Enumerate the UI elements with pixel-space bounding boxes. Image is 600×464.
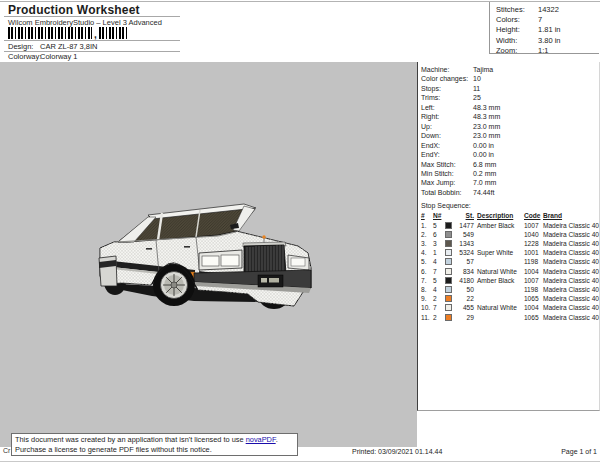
row-num: 11. <box>421 313 433 322</box>
notice-line-1: This document was created by an applicat… <box>15 435 294 445</box>
headlight-right <box>221 255 239 266</box>
machine-row: Color changes:10 <box>421 74 599 83</box>
thread-code: 1007 <box>524 276 543 285</box>
needle-num: 4 <box>433 257 445 266</box>
needle-num: 3 <box>433 239 445 248</box>
stitch-count: 4180 <box>454 276 474 285</box>
plate-mark <box>269 278 279 283</box>
table-row: 5.4571198Madeira Classic 40 <box>421 257 599 266</box>
stat-value: 1:1 <box>538 46 548 56</box>
notice-line-2: Purchase a license to generate PDF files… <box>15 445 294 455</box>
wheel-cap <box>171 282 177 288</box>
thread-brand: Madeira Classic 40 <box>543 276 599 285</box>
page-number: Page 1 of 1 <box>561 448 597 455</box>
car-embroidery-design <box>98 198 314 320</box>
machine-row: Min Stitch:0.2 mm <box>421 169 599 178</box>
app-subtitle: Wilcom EmbroideryStudio – Level 3 Advanc… <box>8 18 162 27</box>
needle-num: 4 <box>433 285 445 294</box>
thread-description: Amber Black <box>474 276 524 285</box>
machine-value: 11 <box>473 84 480 93</box>
machine-label: Min Stitch: <box>421 169 473 178</box>
row-num: 2. <box>421 230 433 239</box>
thread-color-swatch <box>445 231 452 238</box>
machine-value: 48.3 mm <box>473 112 500 121</box>
thread-color-swatch <box>445 240 452 247</box>
stitch-count: 50 <box>454 285 474 294</box>
thread-brand: Madeira Classic 40 <box>543 221 599 230</box>
novapdf-link[interactable]: novaPDF <box>246 435 276 444</box>
thread-color-swatch <box>445 314 452 321</box>
thread-code: 1004 <box>524 303 543 312</box>
stat-value: 14322 <box>538 5 559 15</box>
machine-value: 7.0 mm <box>473 178 496 187</box>
machine-label: Down: <box>421 131 473 140</box>
thread-description: Natural White <box>474 267 524 276</box>
thread-color-swatch <box>445 268 452 275</box>
machine-label: Stops: <box>421 84 473 93</box>
machine-row: Up:23.0 mm <box>421 122 599 131</box>
stat-zoom: Zoom:1:1 <box>496 46 599 56</box>
corner-lamp-lens <box>291 258 305 266</box>
stat-value: 7 <box>538 15 542 25</box>
machine-value: 23.0 mm <box>473 131 500 140</box>
stop-sequence-title: Stop Sequence: <box>421 201 599 211</box>
thread-brand: Madeira Classic 40 <box>543 313 599 322</box>
stat-value: 1.81 in <box>538 25 561 35</box>
stat-label: Height: <box>496 25 538 35</box>
thread-code: 1001 <box>524 248 543 257</box>
stitch-count: 1343 <box>454 239 474 248</box>
thread-code: 1228 <box>524 239 543 248</box>
machine-label: Right: <box>421 112 473 121</box>
thread-code: 1198 <box>524 257 543 266</box>
barcode-bars-right <box>99 27 127 39</box>
machine-value: 10 <box>473 74 481 83</box>
row-num: 8. <box>421 285 433 294</box>
machine-value: 48.3 mm <box>473 103 500 112</box>
thread-brand: Madeira Classic 40 <box>543 248 599 257</box>
headlight-left <box>202 256 219 266</box>
machine-row: Stops:11 <box>421 84 599 93</box>
colorway-name: Colorway 1 <box>40 52 78 61</box>
machine-row: Trims:25 <box>421 93 599 102</box>
machine-value: Tajima <box>473 65 493 74</box>
machine-value: 0.00 in <box>473 150 494 159</box>
design-stats-box: Stitches:14322 Colors:7 Height:1.81 in W… <box>489 2 599 54</box>
plate-mark <box>261 278 267 283</box>
stitch-count: 57 <box>454 257 474 266</box>
thread-color-swatch <box>445 249 452 256</box>
door-handle-rear <box>146 248 152 250</box>
machine-value: 0.2 mm <box>473 169 496 178</box>
row-num: 3. <box>421 239 433 248</box>
machine-value: 6.8 mm <box>473 160 496 169</box>
machine-label: Max Stitch: <box>421 160 473 169</box>
machine-info-panel: Machine:Tajima Color changes:10 Stops:11… <box>417 62 600 411</box>
needle-num: 2 <box>433 313 445 322</box>
colorway-label: Colorway: <box>8 52 40 61</box>
col-header-st: St. <box>454 211 474 220</box>
needle-num: 5 <box>433 276 445 285</box>
machine-row: EndX:0.00 in <box>421 141 599 150</box>
needle-num: 6 <box>433 230 445 239</box>
thread-code: 1040 <box>524 230 543 239</box>
stitch-count: 455 <box>454 303 474 312</box>
machine-label: Left: <box>421 103 473 112</box>
machine-label: Max Jump: <box>421 178 473 187</box>
hood-ornament <box>262 235 265 238</box>
thread-description: Natural White <box>474 303 524 312</box>
colorway-row: Colorway: Colorway 1 <box>8 52 78 61</box>
col-header-brand: Brand <box>543 211 599 220</box>
stat-label: Width: <box>496 36 538 46</box>
stat-height: Height:1.81 in <box>496 25 599 35</box>
table-row: 3.313431228Madeira Classic 40 <box>421 239 599 248</box>
stat-label: Stitches: <box>496 5 538 15</box>
thread-brand: Madeira Classic 40 <box>543 294 599 303</box>
license-notice: This document was created by an applicat… <box>11 433 298 456</box>
thread-description: Super White <box>474 248 524 257</box>
stat-label: Zoom: <box>496 46 538 56</box>
table-row: 9.2221065Madeira Classic 40 <box>421 294 599 303</box>
thread-brand: Madeira Classic 40 <box>543 303 599 312</box>
col-header-description: Description <box>474 211 524 220</box>
design-canvas <box>0 62 417 447</box>
table-row: 1.51477Amber Black1007Madeira Classic 40 <box>421 221 599 230</box>
machine-row: Machine:Tajima <box>421 65 599 74</box>
